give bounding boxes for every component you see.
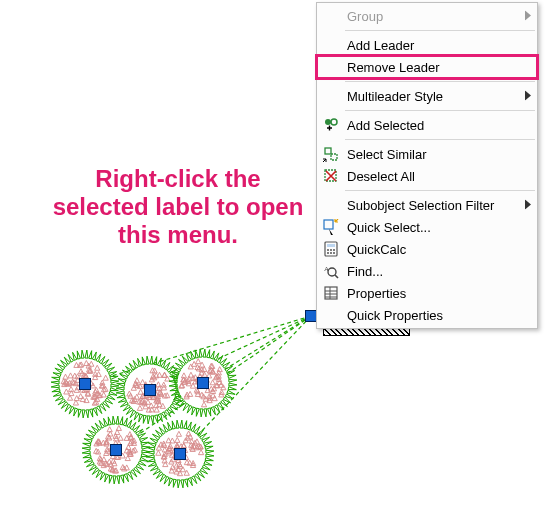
separator (345, 81, 535, 82)
menu-add-leader[interactable]: Add Leader (317, 34, 537, 56)
context-menu: Group Add Leader Remove Leader Multilead… (316, 2, 538, 329)
menu-remove-leader[interactable]: Remove Leader (317, 56, 537, 78)
chevron-right-icon (525, 9, 531, 24)
menu-label: Properties (341, 286, 521, 301)
add-selected-icon (321, 115, 341, 135)
menu-label: Quick Select... (341, 220, 521, 235)
menu-label: QuickCalc (341, 242, 521, 257)
svg-point-20 (333, 249, 335, 251)
quick-select-icon (321, 217, 341, 237)
menu-quick-properties[interactable]: Quick Properties (317, 304, 537, 326)
svg-point-21 (327, 252, 329, 254)
menu-label: Deselect All (341, 169, 521, 184)
svg-rect-17 (327, 244, 335, 247)
svg-point-10 (325, 119, 331, 125)
svg-rect-15 (324, 220, 333, 229)
blank-icon (321, 305, 341, 325)
menu-quick-select[interactable]: Quick Select... (317, 216, 537, 238)
svg-point-18 (327, 249, 329, 251)
blank-icon (321, 35, 341, 55)
menu-label: Add Leader (341, 38, 521, 53)
menu-select-similar[interactable]: Select Similar (317, 143, 537, 165)
menu-label: Select Similar (341, 147, 521, 162)
menu-properties[interactable]: Properties (317, 282, 537, 304)
menu-group[interactable]: Group (317, 5, 537, 27)
svg-line-26 (335, 275, 338, 278)
svg-point-25 (328, 268, 336, 276)
selection-grip[interactable] (174, 448, 186, 460)
menu-label: Remove Leader (341, 60, 521, 75)
chevron-right-icon (525, 89, 531, 104)
blank-icon (321, 6, 341, 26)
instruction-text: Right-click the selected label to open t… (48, 165, 308, 249)
svg-point-19 (330, 249, 332, 251)
menu-label: Quick Properties (341, 308, 521, 323)
properties-icon (321, 283, 341, 303)
menu-label: Add Selected (341, 118, 521, 133)
selection-grip[interactable] (197, 377, 209, 389)
svg-rect-13 (331, 154, 337, 160)
deselect-all-icon (321, 166, 341, 186)
selection-grip[interactable] (110, 444, 122, 456)
svg-point-22 (330, 252, 332, 254)
blank-icon (321, 86, 341, 106)
svg-point-23 (333, 252, 335, 254)
select-similar-icon (321, 144, 341, 164)
separator (345, 30, 535, 31)
quickcalc-icon (321, 239, 341, 259)
menu-label: Find... (341, 264, 521, 279)
menu-deselect-all[interactable]: Deselect All (317, 165, 537, 187)
blank-icon (321, 195, 341, 215)
menu-multileader-style[interactable]: Multileader Style (317, 85, 537, 107)
menu-add-selected[interactable]: Add Selected (317, 114, 537, 136)
menu-quickcalc[interactable]: QuickCalc (317, 238, 537, 260)
chevron-right-icon (525, 198, 531, 213)
menu-label: Subobject Selection Filter (341, 198, 521, 213)
separator (345, 110, 535, 111)
separator (345, 190, 535, 191)
menu-subobject-filter[interactable]: Subobject Selection Filter (317, 194, 537, 216)
separator (345, 139, 535, 140)
menu-find[interactable]: A Find... (317, 260, 537, 282)
menu-label: Group (341, 9, 521, 24)
menu-label: Multileader Style (341, 89, 521, 104)
find-icon: A (321, 261, 341, 281)
selection-grip[interactable] (144, 384, 156, 396)
blank-icon (321, 57, 341, 77)
selection-grip[interactable] (79, 378, 91, 390)
svg-point-11 (331, 119, 337, 125)
svg-rect-12 (325, 148, 331, 154)
